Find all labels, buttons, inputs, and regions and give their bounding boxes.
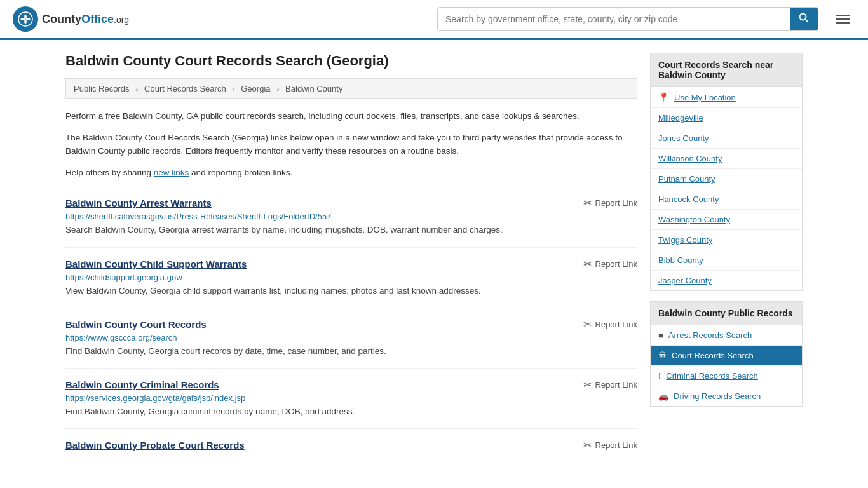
putnam-county-link[interactable]: Putnam County (658, 174, 715, 184)
jasper-county-link[interactable]: Jasper County (658, 276, 712, 285)
new-links-link[interactable]: new links (154, 168, 189, 177)
breadcrumb-georgia[interactable]: Georgia (241, 84, 270, 93)
sidebar-nearby-list: 📍 Use My Location Milledgeville Jones Co… (650, 86, 803, 291)
sidebar-item-bibb-county[interactable]: Bibb County (651, 250, 802, 271)
report-icon-3: ✂ (583, 318, 592, 330)
report-link-probate[interactable]: ✂ Report Link (583, 439, 637, 451)
search-bar (437, 7, 818, 31)
use-my-location-link[interactable]: Use My Location (674, 93, 736, 102)
criminal-records-icon: ! (658, 371, 661, 381)
arrest-records-search-link[interactable]: Arrest Records Search (668, 330, 752, 340)
sidebar-nearby-section: Court Records Search near Baldwin County… (650, 53, 803, 291)
milledgeville-link[interactable]: Milledgeville (658, 113, 703, 123)
record-title-child-support[interactable]: Baldwin County Child Support Warrants (65, 259, 247, 269)
report-link-court-records[interactable]: ✂ Report Link (583, 318, 637, 330)
intro-paragraph-3: Help others by sharing new links and rep… (65, 166, 637, 180)
record-url-arrest-warrants[interactable]: https://sheriff.calaverasgov.us/Press-Re… (65, 212, 637, 221)
breadcrumb-current: Baldwin County (285, 84, 342, 93)
record-item-child-support: Baldwin County Child Support Warrants ✂ … (65, 248, 637, 308)
search-input[interactable] (438, 9, 790, 29)
main-content: Baldwin County Court Records Search (Geo… (65, 53, 637, 464)
sidebar-item-milledgeville[interactable]: Milledgeville (651, 108, 802, 128)
report-icon: ✂ (583, 197, 592, 209)
report-icon-4: ✂ (583, 379, 592, 391)
twiggs-county-link[interactable]: Twiggs County (658, 235, 712, 245)
record-desc-criminal-records: Find Baldwin County, Georgia criminal re… (65, 405, 637, 418)
record-title-criminal-records[interactable]: Baldwin County Criminal Records (65, 379, 219, 390)
driving-records-icon: 🚗 (658, 391, 668, 401)
sidebar-use-my-location[interactable]: 📍 Use My Location (651, 87, 802, 108)
logo-icon (13, 6, 38, 32)
sidebar-item-jasper-county[interactable]: Jasper County (651, 271, 802, 290)
court-records-search-label: Court Records Search (672, 351, 754, 360)
record-item-court-records: Baldwin County Court Records ✂ Report Li… (65, 308, 637, 369)
washington-county-link[interactable]: Washington County (658, 215, 730, 224)
breadcrumb: Public Records › Court Records Search › … (65, 78, 637, 99)
hamburger-menu-button[interactable] (831, 12, 855, 26)
wilkinson-county-link[interactable]: Wilkinson County (658, 154, 722, 163)
sidebar-item-putnam-county[interactable]: Putnam County (651, 169, 802, 189)
breadcrumb-public-records[interactable]: Public Records (74, 84, 129, 93)
record-url-criminal-records[interactable]: https://services.georgia.gov/gta/gafs/js… (65, 393, 637, 403)
report-link-criminal-records[interactable]: ✂ Report Link (583, 379, 637, 391)
sidebar-public-records-list: ■ Arrest Records Search 🏛 Court Records … (650, 325, 803, 407)
sidebar-public-records-title: Baldwin County Public Records (650, 301, 803, 325)
sidebar-item-court-records-active[interactable]: 🏛 Court Records Search (651, 346, 802, 366)
sidebar-item-washington-county[interactable]: Washington County (651, 210, 802, 230)
jones-county-link[interactable]: Jones County (658, 133, 709, 143)
site-header: CountyOffice.org (0, 0, 868, 40)
criminal-records-search-link[interactable]: Criminal Records Search (666, 371, 758, 381)
sidebar: Court Records Search near Baldwin County… (650, 53, 803, 464)
record-desc-arrest-warrants: Search Baldwin County, Georgia arrest wa… (65, 224, 637, 236)
search-button[interactable] (790, 8, 818, 30)
record-url-court-records[interactable]: https://www.gsccca.org/search (65, 333, 637, 342)
sidebar-item-driving-records[interactable]: 🚗 Driving Records Search (651, 386, 802, 406)
report-icon-2: ✂ (583, 258, 592, 270)
sidebar-item-jones-county[interactable]: Jones County (651, 128, 802, 149)
record-url-child-support[interactable]: https://childsupport.georgia.gov/ (65, 273, 637, 282)
sidebar-item-arrest-records[interactable]: ■ Arrest Records Search (651, 325, 802, 346)
bibb-county-link[interactable]: Bibb County (658, 255, 703, 265)
location-pin-icon: 📍 (658, 92, 669, 102)
content-wrapper: Baldwin County Court Records Search (Geo… (53, 40, 815, 477)
logo-text: CountyOffice.org (42, 13, 129, 26)
intro-paragraph-2: The Baldwin County Court Records Search … (65, 131, 637, 158)
driving-records-search-link[interactable]: Driving Records Search (674, 391, 761, 401)
sidebar-item-twiggs-county[interactable]: Twiggs County (651, 230, 802, 250)
breadcrumb-court-records[interactable]: Court Records Search (144, 84, 226, 93)
intro-paragraph-1: Perform a free Baldwin County, GA public… (65, 109, 637, 123)
arrest-records-icon: ■ (658, 330, 663, 340)
record-title-probate[interactable]: Baldwin County Probate Court Records (65, 440, 245, 451)
report-link-child-support[interactable]: ✂ Report Link (583, 258, 637, 270)
sidebar-item-hancock-county[interactable]: Hancock County (651, 189, 802, 210)
court-records-icon: 🏛 (658, 351, 667, 360)
svg-line-2 (806, 20, 809, 23)
sidebar-item-wilkinson-county[interactable]: Wilkinson County (651, 149, 802, 169)
record-desc-court-records: Find Baldwin County, Georgia court recor… (65, 345, 637, 358)
record-title-arrest-warrants[interactable]: Baldwin County Arrest Warrants (65, 198, 212, 208)
sidebar-nearby-title: Court Records Search near Baldwin County (650, 53, 803, 86)
report-link-arrest-warrants[interactable]: ✂ Report Link (583, 197, 637, 209)
svg-point-1 (800, 14, 806, 20)
page-title: Baldwin County Court Records Search (Geo… (65, 53, 637, 69)
record-desc-child-support: View Baldwin County, Georgia child suppo… (65, 285, 637, 297)
hancock-county-link[interactable]: Hancock County (658, 194, 719, 204)
record-title-court-records[interactable]: Baldwin County Court Records (65, 319, 207, 330)
record-item-criminal-records: Baldwin County Criminal Records ✂ Report… (65, 369, 637, 429)
site-logo[interactable]: CountyOffice.org (13, 6, 129, 32)
sidebar-public-records-section: Baldwin County Public Records ■ Arrest R… (650, 301, 803, 407)
sidebar-item-criminal-records[interactable]: ! Criminal Records Search (651, 366, 802, 386)
record-item-arrest-warrants: Baldwin County Arrest Warrants ✂ Report … (65, 187, 637, 247)
record-item-probate: Baldwin County Probate Court Records ✂ R… (65, 429, 637, 464)
report-icon-5: ✂ (583, 439, 592, 451)
